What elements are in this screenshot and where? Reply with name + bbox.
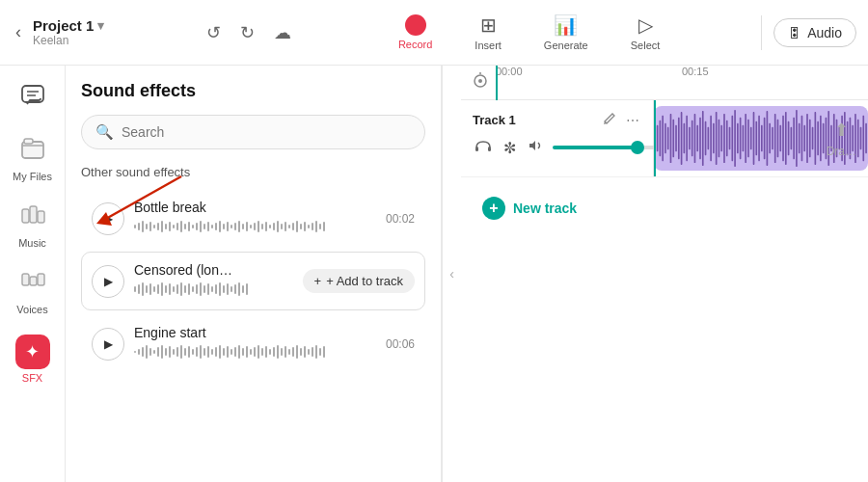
audio-icon: 🎛 <box>788 25 801 40</box>
play-button-engine-start[interactable]: ▶ <box>92 328 124 361</box>
track-more-button[interactable]: ⋯ <box>624 110 641 130</box>
svg-rect-58 <box>308 225 310 228</box>
svg-rect-128 <box>269 349 271 355</box>
redo-button[interactable]: ↻ <box>234 18 260 47</box>
svg-rect-203 <box>801 116 803 161</box>
svg-rect-98 <box>153 350 155 354</box>
new-track-button[interactable]: + New track <box>473 191 586 226</box>
panel-collapse-handle[interactable]: ‹ <box>442 66 461 482</box>
ruler-mark-15: 00:15 <box>682 66 709 77</box>
svg-rect-185 <box>753 112 755 165</box>
svg-rect-65 <box>142 282 144 296</box>
sound-name-censored: Censored (lon… <box>134 262 293 278</box>
track-playhead <box>654 100 656 176</box>
timeline-ruler: 00:00 00:15 <box>496 66 868 100</box>
svg-rect-38 <box>231 225 232 228</box>
sidebar-item-music[interactable]: Music <box>5 194 61 256</box>
play-button-bottle-break[interactable]: ▶ <box>92 202 124 235</box>
track-edit-button[interactable] <box>601 110 618 130</box>
snowflake-button[interactable]: ✼ <box>502 137 518 159</box>
svg-rect-8 <box>22 274 29 285</box>
svg-rect-200 <box>793 118 795 159</box>
svg-rect-201 <box>796 110 798 167</box>
svg-rect-74 <box>176 284 178 294</box>
play-button-censored[interactable]: ▶ <box>92 265 124 298</box>
search-input[interactable] <box>122 124 411 140</box>
headphone-button[interactable] <box>473 136 494 159</box>
sidebar-item-voices[interactable]: Voices <box>5 260 61 323</box>
svg-rect-27 <box>188 222 190 231</box>
svg-rect-15 <box>142 221 144 232</box>
svg-rect-26 <box>184 224 186 229</box>
undo-button[interactable]: ↺ <box>201 18 227 47</box>
generate-tool-button[interactable]: 📊 Generate <box>534 8 598 57</box>
svg-rect-73 <box>173 286 175 292</box>
music-icon <box>19 201 46 234</box>
svg-rect-5 <box>22 209 29 223</box>
svg-rect-189 <box>764 118 766 159</box>
svg-rect-62 <box>323 222 325 231</box>
topbar-left: ‹ Project 1 ▾ Keelan <box>12 17 185 47</box>
svg-rect-119 <box>234 347 236 357</box>
svg-rect-208 <box>815 112 817 165</box>
svg-rect-162 <box>692 120 693 156</box>
volume-icon-button[interactable] <box>526 137 545 158</box>
track-actions: ⋯ <box>601 110 641 130</box>
svg-rect-96 <box>146 345 148 359</box>
svg-rect-194 <box>777 120 779 157</box>
svg-rect-9 <box>30 277 37 285</box>
sidebar-item-my-files[interactable]: My Files <box>5 127 61 190</box>
waveform-censored <box>134 281 293 300</box>
svg-rect-153 <box>667 127 669 150</box>
track-content-1: ⬆ Dra… <box>654 100 868 176</box>
svg-rect-192 <box>772 127 773 150</box>
svg-rect-195 <box>779 125 781 152</box>
audio-label: Audio <box>807 25 842 40</box>
insert-tool-button[interactable]: ⊞ Insert <box>465 8 511 57</box>
audio-button[interactable]: 🎛 Audio <box>773 18 856 47</box>
svg-rect-41 <box>242 224 244 229</box>
record-tool-button[interactable]: Record <box>389 9 442 56</box>
search-icon: 🔍 <box>95 123 114 141</box>
svg-rect-161 <box>689 127 691 150</box>
svg-rect-23 <box>173 225 175 228</box>
record-icon <box>405 14 426 36</box>
svg-rect-157 <box>678 118 680 159</box>
select-tool-button[interactable]: ▷ Select <box>621 8 670 57</box>
timeline-panel: 00:00 00:15 Track 1 <box>461 66 868 482</box>
timeline-tracks: Track 1 ⋯ <box>461 100 868 482</box>
svg-rect-28 <box>192 225 194 228</box>
svg-rect-91 <box>242 285 244 293</box>
svg-rect-29 <box>196 223 198 230</box>
svg-rect-4 <box>24 139 33 144</box>
back-button[interactable]: ‹ <box>12 18 25 46</box>
insert-icon: ⊞ <box>480 13 497 37</box>
add-to-track-button[interactable]: + + Add to track <box>303 269 415 293</box>
svg-rect-191 <box>769 123 771 154</box>
svg-rect-116 <box>223 348 225 356</box>
sidebar: My Files Music Voices <box>0 66 66 482</box>
sound-item-bottle-break: ▶ Bottle break <box>81 189 425 248</box>
svg-rect-53 <box>288 225 290 228</box>
sidebar-item-chat[interactable] <box>5 75 61 123</box>
svg-rect-198 <box>788 121 790 155</box>
sidebar-item-sfx[interactable]: ✦ SFX <box>5 327 61 391</box>
svg-rect-147 <box>488 147 491 151</box>
svg-rect-115 <box>219 345 221 359</box>
svg-rect-60 <box>315 221 317 232</box>
select-icon: ▷ <box>638 13 653 37</box>
drag-area: ⬆ Dra… <box>827 120 868 158</box>
svg-rect-67 <box>149 283 151 295</box>
svg-rect-135 <box>296 345 298 359</box>
svg-rect-155 <box>672 120 674 157</box>
my-files-icon <box>19 135 46 168</box>
svg-rect-210 <box>820 116 822 161</box>
svg-rect-120 <box>238 345 240 359</box>
svg-rect-32 <box>207 222 209 231</box>
svg-rect-149 <box>657 125 659 152</box>
svg-rect-19 <box>157 223 159 230</box>
cloud-save-button[interactable]: ☁ <box>268 18 297 47</box>
svg-rect-137 <box>304 346 306 358</box>
svg-rect-76 <box>184 285 186 293</box>
svg-rect-30 <box>200 221 202 232</box>
